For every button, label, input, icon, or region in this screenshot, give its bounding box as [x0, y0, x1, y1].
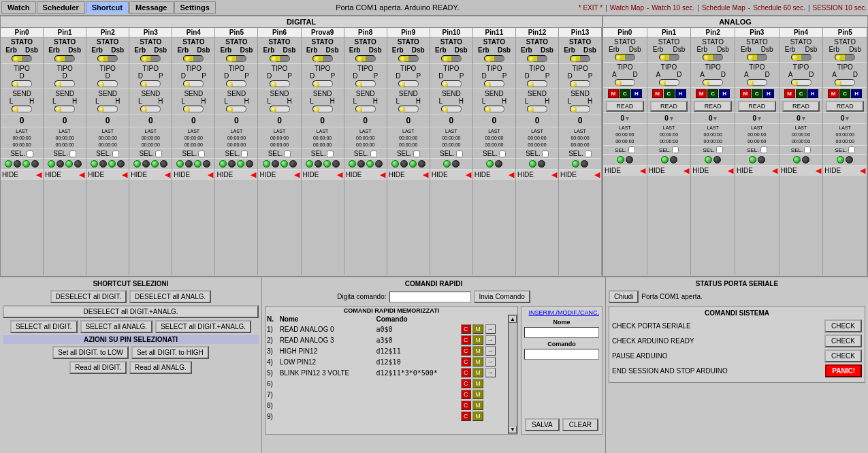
cmd-m-btn-4[interactable]: M — [472, 368, 483, 377]
cmd-m-btn-1[interactable]: M — [472, 335, 483, 345]
mch-h-btn-1[interactable]: H — [675, 89, 686, 98]
mch-c-btn-4[interactable]: C — [796, 89, 807, 98]
sel-checkbox-1[interactable] — [69, 151, 76, 157]
chiudi-btn[interactable]: Chiudi — [609, 290, 639, 303]
mch-m-btn-3[interactable]: M — [740, 89, 751, 98]
hide-row-12[interactable]: HIDE ◀ — [516, 170, 558, 180]
sel-checkbox-4[interactable] — [198, 151, 205, 157]
watch-map-link[interactable]: Watch Map — [610, 4, 644, 12]
mch-c-btn-3[interactable]: C — [752, 89, 762, 98]
tab-settings[interactable]: Settings — [174, 1, 216, 14]
stato-toggle-0[interactable] — [12, 55, 32, 62]
stato-toggle-6[interactable] — [270, 55, 290, 62]
read-btn-1[interactable]: READ — [650, 101, 688, 112]
tipo-toggle-4[interactable] — [183, 80, 204, 87]
stato-toggle-10[interactable] — [441, 55, 462, 62]
send-toggle-8[interactable] — [355, 106, 376, 112]
sel-checkbox-12[interactable] — [542, 151, 549, 157]
sel-checkbox-6[interactable] — [284, 151, 291, 157]
schedule-60-link[interactable]: Schedule 60 sec. — [753, 4, 805, 12]
sel-checkbox-5[interactable] — [241, 151, 248, 157]
hide-row-0[interactable]: HIDE ◀ — [1, 170, 43, 180]
analog-stato-toggle-1[interactable] — [659, 54, 679, 61]
hide-arrow-4[interactable]: ◀ — [208, 170, 213, 179]
hide-arrow-7[interactable]: ◀ — [337, 170, 342, 179]
sel-checkbox-10[interactable] — [456, 151, 463, 157]
read-btn-5[interactable]: READ — [826, 101, 864, 112]
tipo-toggle-10[interactable] — [441, 80, 462, 87]
send-toggle-13[interactable] — [570, 106, 590, 112]
analog-hide-arrow-3[interactable]: ◀ — [772, 166, 777, 175]
send-toggle-0[interactable] — [12, 106, 32, 112]
analog-hide-row-1[interactable]: HIDE ◀ — [647, 166, 691, 176]
stato-toggle-3[interactable] — [140, 55, 161, 62]
stato-toggle-13[interactable] — [570, 55, 590, 62]
exit-link[interactable]: * EXIT * — [579, 4, 602, 12]
deselect-analg-btn[interactable]: DESELECT all ANALG. — [129, 290, 211, 303]
cmd-m-btn-2[interactable]: M — [472, 346, 483, 356]
hide-row-4[interactable]: HIDE ◀ — [172, 170, 214, 180]
insert-link[interactable]: INSERIM./MODIF./CANC. — [524, 309, 599, 316]
tipo-toggle-5[interactable] — [226, 80, 246, 87]
cmd-c-btn-1[interactable]: C — [461, 335, 471, 345]
sel-checkbox-11[interactable] — [499, 151, 506, 157]
read-btn-2[interactable]: READ — [694, 101, 732, 112]
cmd-m-btn-6[interactable]: M — [472, 390, 483, 399]
hide-arrow-0[interactable]: ◀ — [36, 170, 42, 179]
analog-stato-toggle-3[interactable] — [747, 54, 767, 61]
hide-arrow-1[interactable]: ◀ — [79, 170, 84, 179]
send-toggle-11[interactable] — [484, 106, 504, 112]
mch-h-btn-2[interactable]: H — [719, 89, 730, 98]
analog-hide-row-3[interactable]: HIDE ◀ — [735, 166, 779, 176]
hide-row-11[interactable]: HIDE ◀ — [473, 170, 515, 180]
analog-sel-checkbox-0[interactable] — [628, 146, 635, 153]
read-btn-3[interactable]: READ — [738, 101, 776, 112]
tipo-toggle-7[interactable] — [312, 80, 333, 87]
invia-btn[interactable]: Invia Comando — [474, 290, 530, 303]
select-both-btn[interactable]: SELECT all DIGIT.+ANALG. — [155, 320, 251, 333]
analog-stato-toggle-0[interactable] — [615, 54, 635, 61]
tipo-toggle-6[interactable] — [270, 80, 290, 87]
analog-sel-checkbox-1[interactable] — [672, 146, 679, 153]
serial-btn-0[interactable]: CHECK — [824, 319, 862, 332]
send-toggle-3[interactable] — [140, 106, 161, 112]
cmd-c-btn-8[interactable]: C — [461, 411, 471, 421]
send-toggle-4[interactable] — [183, 106, 204, 112]
cmd-send-btn-0[interactable]: → — [485, 324, 496, 334]
stato-toggle-1[interactable] — [54, 55, 75, 62]
scroll-up-btn[interactable]: ▲ — [509, 315, 517, 323]
hide-arrow-5[interactable]: ◀ — [251, 170, 256, 179]
hide-arrow-12[interactable]: ◀ — [551, 170, 557, 179]
mch-m-btn-2[interactable]: M — [696, 89, 707, 98]
mch-m-btn-4[interactable]: M — [784, 89, 795, 98]
hide-row-13[interactable]: HIDE ◀ — [559, 170, 601, 180]
sel-checkbox-7[interactable] — [327, 151, 334, 157]
salva-btn[interactable]: SALVA — [525, 418, 560, 431]
send-toggle-2[interactable] — [97, 106, 118, 112]
read-btn-4[interactable]: READ — [782, 101, 820, 112]
cmd-send-btn-3[interactable]: → — [485, 357, 496, 366]
tipo-toggle-12[interactable] — [527, 80, 547, 87]
mch-h-btn-4[interactable]: H — [807, 89, 818, 98]
analog-hide-arrow-4[interactable]: ◀ — [816, 166, 821, 175]
comando-input[interactable] — [524, 349, 599, 360]
cmd-c-btn-5[interactable]: C — [461, 379, 471, 388]
send-toggle-10[interactable] — [441, 106, 462, 112]
cmd-m-btn-0[interactable]: M — [472, 324, 483, 334]
tipo-toggle-1[interactable] — [54, 80, 75, 87]
tab-message[interactable]: Message — [129, 1, 173, 14]
hide-row-9[interactable]: HIDE ◀ — [387, 170, 430, 180]
analog-tipo-toggle-0[interactable] — [615, 79, 635, 86]
send-toggle-6[interactable] — [270, 106, 290, 112]
analog-tipo-toggle-3[interactable] — [747, 79, 767, 86]
sel-checkbox-13[interactable] — [585, 151, 592, 157]
deselect-both-btn[interactable]: DESELECT all DIGIT.+ANALG. — [3, 305, 259, 318]
analog-hide-row-5[interactable]: HIDE ◀ — [823, 166, 867, 176]
cmd-c-btn-6[interactable]: C — [461, 390, 471, 399]
hide-row-8[interactable]: HIDE ◀ — [344, 170, 387, 180]
cmd-m-btn-7[interactable]: M — [472, 401, 483, 410]
cmd-send-btn-2[interactable]: → — [485, 346, 496, 356]
analog-tipo-toggle-4[interactable] — [791, 79, 811, 86]
analog-stato-toggle-4[interactable] — [791, 54, 811, 61]
send-toggle-1[interactable] — [54, 106, 75, 112]
